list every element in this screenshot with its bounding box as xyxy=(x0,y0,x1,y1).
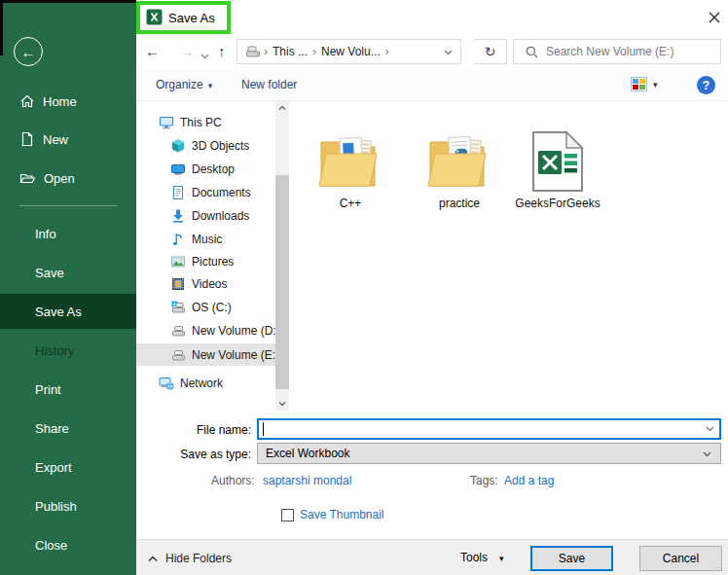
help-button[interactable]: ? xyxy=(697,76,715,94)
hide-folders-button[interactable]: Hide Folders xyxy=(148,552,232,565)
backstage-sidebar: ← Home New Open Info Save Save As Histor… xyxy=(0,0,136,575)
sidebar-item-close[interactable]: Close xyxy=(0,534,136,556)
hide-folders-label: Hide Folders xyxy=(165,552,232,565)
tree-item-label: This PC xyxy=(180,116,222,129)
nav-back-button[interactable]: ← xyxy=(145,43,160,60)
sidebar-item-open[interactable]: Open xyxy=(0,167,136,189)
search-box xyxy=(513,39,721,64)
add-tag-link[interactable]: Add a tag xyxy=(504,474,554,487)
address-bar[interactable]: › This ... › New Volu... › xyxy=(237,39,461,64)
scrollbar-thumb[interactable] xyxy=(275,175,289,389)
dialog-footer: Hide Folders Tools▾ Save Cancel ∷ xyxy=(136,539,728,575)
tree-item-label: Downloads xyxy=(192,209,249,223)
tree-item-pictures[interactable]: Pictures xyxy=(136,250,275,272)
computer-icon xyxy=(159,115,174,130)
resize-grip[interactable]: ∷ xyxy=(716,565,722,574)
address-dropdown[interactable] xyxy=(444,45,453,58)
scroll-down-icon[interactable] xyxy=(278,401,286,407)
views-grid-icon xyxy=(631,77,647,91)
python-folder-icon xyxy=(427,132,491,193)
tree-item-documents[interactable]: Documents xyxy=(136,181,275,203)
nav-up-button[interactable]: ↑ xyxy=(218,43,226,60)
tree-item-os-c[interactable]: OS (C:) xyxy=(136,296,275,318)
tree-item-new-volume-e[interactable]: New Volume (E:) xyxy=(136,343,275,366)
file-name-input[interactable] xyxy=(257,418,721,440)
desktop-icon xyxy=(170,162,186,177)
save-button-label: Save xyxy=(559,552,585,565)
sidebar-item-label: Open xyxy=(44,171,75,186)
organize-label: Organize xyxy=(156,78,203,91)
file-item-practice[interactable]: practice xyxy=(411,115,508,210)
organize-button[interactable]: Organize▾ xyxy=(156,78,212,91)
drive-icon xyxy=(245,45,261,58)
sidebar-item-share[interactable]: Share xyxy=(0,417,136,439)
save-thumbnail-label[interactable]: Save Thumbnail xyxy=(300,508,384,521)
close-button[interactable] xyxy=(705,8,724,27)
save-as-type-label: Save as type: xyxy=(154,448,251,461)
tools-label: Tools xyxy=(460,551,488,564)
tree-item-label: Videos xyxy=(192,277,227,291)
chevron-down-icon[interactable] xyxy=(706,426,714,432)
tree-item-this-pc[interactable]: This PC xyxy=(136,111,275,133)
document-icon xyxy=(170,185,186,200)
text-caret xyxy=(263,422,264,436)
scroll-up-icon[interactable] xyxy=(278,105,286,111)
tree-item-3d-objects[interactable]: 3D Objects xyxy=(136,134,275,157)
tree-item-label: 3D Objects xyxy=(192,139,249,153)
dialog-title: Save As xyxy=(168,11,215,25)
tree-item-label: Documents xyxy=(192,186,251,199)
refresh-icon: ↻ xyxy=(485,44,496,59)
dropdown-arrow-icon: ▾ xyxy=(653,80,658,90)
drive-icon xyxy=(170,347,186,363)
sidebar-item-print[interactable]: Print xyxy=(0,378,136,400)
tree-item-desktop[interactable]: Desktop xyxy=(136,158,275,180)
sidebar-item-save-as[interactable]: Save As xyxy=(0,294,136,329)
tree-item-label: New Volume (E:) xyxy=(192,348,279,362)
os-drive-icon xyxy=(170,300,186,315)
chevron-up-icon xyxy=(148,556,158,562)
save-thumbnail-checkbox[interactable] xyxy=(281,509,294,521)
nav-recent-dropdown[interactable] xyxy=(200,49,209,62)
tree-item-new-volume-d[interactable]: New Volume (D: xyxy=(136,319,275,341)
sidebar-item-save[interactable]: Save xyxy=(0,262,136,283)
sidebar-item-publish[interactable]: Publish xyxy=(0,495,136,517)
file-item-geeksforgeeks[interactable]: GeeksForGeeks xyxy=(509,115,606,210)
views-button[interactable]: ▾ xyxy=(631,77,658,91)
nav-forward-button[interactable]: → xyxy=(179,43,194,60)
chevron-down-icon xyxy=(703,451,711,457)
window-edge-top xyxy=(0,0,136,3)
download-arrow-icon xyxy=(170,208,186,224)
breadcrumb-segment-this-pc[interactable]: This ... xyxy=(273,45,308,58)
refresh-button[interactable]: ↻ xyxy=(474,39,507,64)
chevron-right-icon: › xyxy=(312,45,316,58)
save-button[interactable]: Save xyxy=(530,546,613,571)
cancel-button[interactable]: Cancel xyxy=(639,546,722,571)
file-name-label: File name: xyxy=(154,423,251,437)
sidebar-item-new[interactable]: New xyxy=(0,128,136,150)
sidebar-item-home[interactable]: Home xyxy=(0,90,136,112)
chevron-down-icon xyxy=(444,50,453,55)
file-item-cpp[interactable]: C++ xyxy=(302,115,399,210)
tree-item-videos[interactable]: Videos xyxy=(136,272,275,295)
save-as-dialog: Save As ← → ↑ › This ... › New Volu... ›… xyxy=(136,0,728,575)
sidebar-item-label: Print xyxy=(35,382,61,397)
authors-value[interactable]: saptarshi mondal xyxy=(263,474,351,487)
window-edge-left xyxy=(0,0,3,55)
sidebar-item-label: Share xyxy=(35,421,69,436)
sidebar-item-label: Home xyxy=(43,94,77,109)
sidebar-item-label: Export xyxy=(35,460,72,475)
sidebar-item-label: Close xyxy=(35,538,67,553)
tools-button[interactable]: Tools▾ xyxy=(460,551,504,564)
tree-scrollbar[interactable] xyxy=(275,101,289,411)
tree-item-downloads[interactable]: Downloads xyxy=(136,204,275,227)
sidebar-item-info[interactable]: Info xyxy=(0,223,136,244)
sidebar-item-export[interactable]: Export xyxy=(0,456,136,478)
search-input[interactable] xyxy=(546,45,720,58)
breadcrumb-segment-new-volume[interactable]: New Volu... xyxy=(321,45,381,58)
tree-item-music[interactable]: Music xyxy=(136,228,275,250)
backstage-back-button[interactable]: ← xyxy=(14,37,43,66)
new-folder-button[interactable]: New folder xyxy=(241,78,297,91)
tree-item-network[interactable]: Network xyxy=(136,372,275,394)
save-as-type-select[interactable]: Excel Workbook xyxy=(257,443,721,464)
dropdown-arrow-icon: ▾ xyxy=(499,554,504,563)
